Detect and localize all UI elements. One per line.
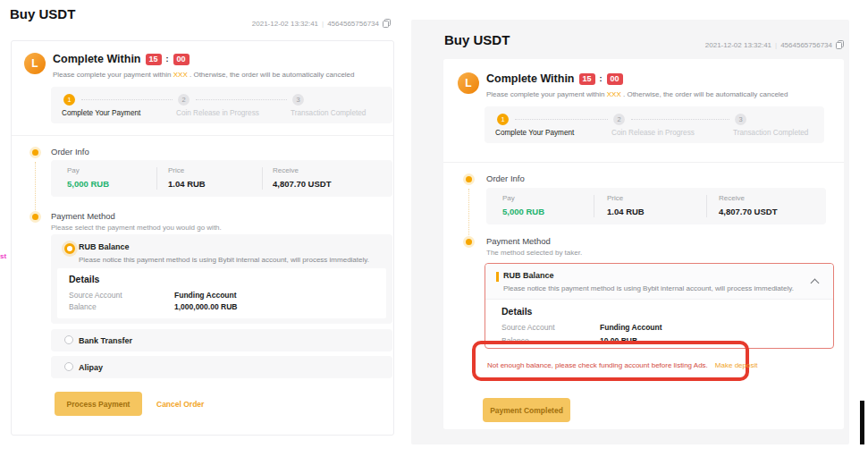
option-name: RUB Balance (503, 271, 554, 280)
step-3-circle: 3 (292, 94, 304, 106)
source-account-value: Funding Account (600, 323, 662, 332)
step-connector (515, 119, 608, 120)
column-divider (706, 195, 707, 217)
cancel-order-link[interactable]: Cancel Order (156, 400, 204, 409)
order-meta: 2021-12-02 13:32:41 | 4564565756734 (705, 40, 844, 49)
source-account-label: Source Account (501, 323, 555, 332)
step-connector (631, 119, 729, 120)
copy-icon[interactable] (836, 40, 844, 49)
chevron-up-icon[interactable] (811, 279, 820, 288)
order-info-box: Pay 5,000 RUB Price 1.04 RUB Receive 4,8… (486, 188, 826, 224)
complete-within-heading: Complete Within (53, 53, 141, 65)
column-divider (156, 167, 157, 190)
accent-bar (496, 272, 499, 282)
timer-placeholder: XXX (607, 90, 621, 98)
column-divider (594, 195, 594, 217)
progress-steps: 1 2 3 Complete Your Payment Coin Release… (485, 106, 824, 143)
pay-label: Pay (67, 166, 109, 174)
timer-minutes-badge: 15 (146, 54, 162, 65)
payment-completed-button[interactable]: Payment Completed (483, 398, 570, 422)
payment-option-bank-transfer[interactable]: Bank Transfer (51, 329, 392, 351)
page-title: Buy USDT (10, 6, 75, 21)
order-id: 4564565756734 (780, 41, 832, 49)
column-divider (262, 167, 263, 190)
option-name: RUB Balance (79, 242, 130, 251)
source-account-value: Funding Account (174, 291, 237, 300)
radio-selected[interactable] (64, 243, 75, 254)
option-notice: Please notice this payment method is usi… (79, 256, 369, 264)
payment-option-rub-balance-expanded: RUB Balance Please notice this payment m… (485, 263, 834, 349)
copy-icon[interactable] (383, 19, 391, 28)
receive-label: Receive (273, 166, 331, 174)
error-message: Not enough balance, please check funding… (487, 361, 757, 369)
receive-value: 4,807.70 USDT (719, 207, 777, 216)
pay-label: Pay (502, 194, 544, 202)
order-card: L Complete Within 15 : 00 Please complet… (11, 40, 394, 436)
receive-value: 4,807.70 USDT (273, 179, 331, 189)
pay-value: 5,000 RUB (502, 207, 544, 216)
payment-option-rub-balance[interactable]: RUB Balance Please notice this payment m… (51, 234, 392, 324)
step-3-label: Transaction Completed (291, 109, 366, 117)
step-1-label: Complete Your Payment (495, 129, 574, 137)
complete-within-heading: Complete Within (486, 72, 575, 85)
price-label: Price (607, 194, 645, 202)
order-timestamp: 2021-12-02 13:32:41 (705, 41, 771, 49)
option-name: Bank Transfer (79, 336, 132, 345)
right-panel: Buy USDT 2021-12-02 13:32:41 | 456456575… (411, 20, 849, 444)
process-payment-button[interactable]: Process Payment (55, 392, 142, 416)
option-header[interactable]: RUB Balance Please notice this payment m… (485, 264, 833, 300)
details-title: Details (501, 306, 532, 317)
timeline-dot (466, 239, 472, 245)
option-name: Alipay (79, 363, 103, 372)
payment-method-label: Payment Method (486, 236, 551, 246)
balance-value: 1,000,000.00 RUB (174, 302, 237, 311)
price-value: 1.04 RUB (168, 179, 206, 189)
price-label: Price (168, 166, 206, 174)
countdown-clock-icon: L (458, 72, 479, 94)
step-2-label: Coin Release in Progress (611, 129, 695, 137)
step-1-circle: 1 (497, 114, 509, 125)
timeline-dot (32, 214, 38, 220)
details-panel: Details Source Account Funding Account B… (57, 268, 386, 318)
step-2-circle: 2 (178, 94, 190, 106)
timer-placeholder: XXX (173, 71, 188, 79)
order-timestamp: 2021-12-02 13:32:41 (252, 20, 318, 28)
step-connector (196, 99, 287, 100)
step-2-label: Coin Release in Progress (176, 109, 259, 117)
order-card: L Complete Within 15 : 00 Please complet… (443, 59, 844, 429)
step-1-circle: 1 (63, 94, 75, 106)
step-2-circle: 2 (613, 114, 625, 125)
section-divider (443, 162, 844, 163)
meta-separator: | (775, 41, 777, 49)
payment-option-alipay[interactable]: Alipay (51, 356, 392, 378)
balance-label: Balance (501, 336, 529, 345)
timer-colon: : (600, 74, 603, 83)
countdown-clock-icon: L (24, 53, 46, 74)
payment-method-subtitle: The method selected by taker. (486, 249, 582, 257)
order-id: 4564565756734 (327, 20, 379, 28)
step-connector (81, 99, 173, 100)
make-deposit-link[interactable]: Make deposit (715, 361, 758, 369)
payment-method-subtitle: Please select the payment method you wou… (51, 224, 222, 232)
step-3-circle: 3 (735, 114, 746, 125)
pay-value: 5,000 RUB (67, 179, 109, 189)
option-notice: Please notice this payment method is usi… (503, 284, 794, 292)
order-info-box: Pay 5,000 RUB Price 1.04 RUB Receive 4,8… (51, 160, 392, 197)
timer-seconds-badge: 00 (607, 73, 623, 85)
meta-separator: | (322, 20, 324, 28)
radio-unselected[interactable] (64, 335, 73, 344)
timeline-dot (32, 149, 38, 156)
payment-method-label: Payment Method (51, 211, 115, 221)
radio-unselected[interactable] (64, 362, 73, 371)
section-divider (12, 135, 393, 136)
order-info-label: Order Info (51, 147, 89, 157)
details-title: Details (69, 274, 99, 284)
order-info-label: Order Info (486, 173, 525, 183)
stray-annotation-text: st (0, 252, 6, 260)
timeline-line (35, 162, 36, 212)
price-value: 1.04 RUB (607, 207, 645, 216)
progress-steps: 1 2 3 Complete Your Payment Coin Release… (51, 87, 392, 123)
order-meta: 2021-12-02 13:32:41 | 4564565756734 (252, 19, 391, 28)
page-title: Buy USDT (444, 32, 510, 47)
source-account-label: Source Account (69, 291, 122, 300)
